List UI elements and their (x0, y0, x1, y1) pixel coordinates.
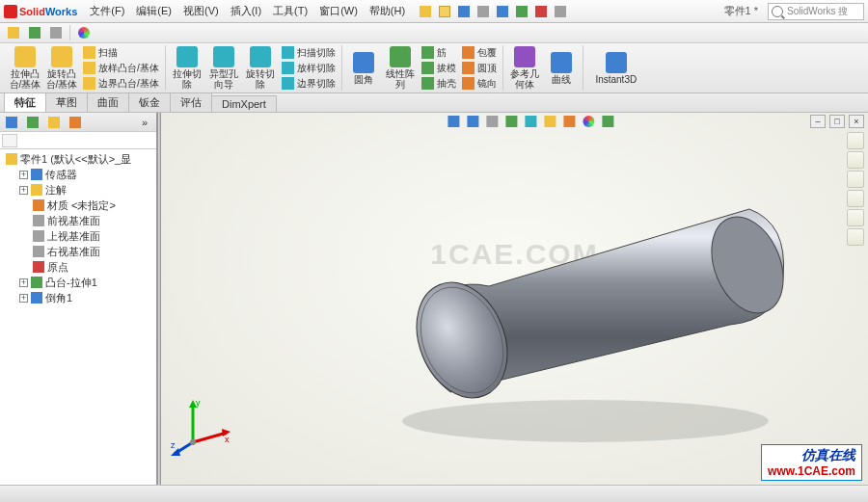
extrude-boss-button[interactable]: 拉伸凸台/基体 (8, 45, 42, 92)
qat-rebuild-icon[interactable] (533, 4, 549, 19)
qat-open-icon[interactable] (437, 4, 452, 19)
annotation-icon (31, 184, 42, 196)
coordinate-triad[interactable]: y x z (169, 394, 236, 462)
search-input[interactable]: SolidWorks 搜 (768, 3, 864, 20)
loft-cut-button[interactable]: 放样切除 (280, 61, 338, 75)
expand-icon[interactable]: + (19, 186, 28, 195)
appearance-icon[interactable] (583, 116, 598, 131)
wrap-button[interactable]: 包覆 (460, 45, 499, 60)
taskpane-custom-icon[interactable] (847, 228, 864, 246)
taskpane-appear-icon[interactable] (847, 209, 864, 226)
tree-item-annotations[interactable]: +注解 (2, 182, 154, 198)
menu-tools[interactable]: 工具(T) (268, 2, 312, 20)
taskpane-home-icon[interactable] (847, 132, 864, 149)
expand-icon[interactable]: + (19, 278, 28, 287)
tree-root-item[interactable]: 零件1 (默认<<默认>_显 (2, 151, 154, 167)
tree-item-chamfer[interactable]: +倒角1 (2, 290, 154, 305)
revolve-cut-button[interactable]: 旋转切除 (243, 45, 278, 92)
menu-file[interactable]: 文件(F) (85, 2, 129, 20)
instant3d-button[interactable]: Instant3D (587, 45, 645, 92)
qb-arrow-icon[interactable] (48, 25, 64, 40)
separator (69, 25, 70, 40)
reference-geometry-button[interactable]: 参考几何体 (507, 45, 542, 92)
qb-appearance-icon[interactable] (76, 25, 92, 40)
qb-assembly-icon[interactable] (6, 25, 21, 40)
draft-button[interactable]: 拔模 (420, 61, 458, 75)
scene-icon[interactable] (602, 116, 617, 131)
tab-sheetmetal[interactable]: 钣金 (128, 92, 171, 112)
logo-icon (4, 5, 17, 18)
display-style-icon[interactable] (544, 116, 559, 131)
curves-button[interactable]: 曲线 (544, 45, 579, 92)
qat-new-icon[interactable] (418, 4, 433, 19)
sb-tab-1[interactable] (2, 134, 17, 147)
branding-overlay: 仿真在线 www.1CAE.com (761, 444, 862, 481)
qat-print-icon[interactable] (475, 4, 491, 19)
taskpane-view-icon[interactable] (847, 190, 864, 207)
tab-evaluate[interactable]: 评估 (170, 92, 212, 112)
revolve-boss-button[interactable]: 旋转凸台/基体 (44, 45, 79, 92)
taskpane-file-icon[interactable] (847, 171, 864, 188)
maximize-button[interactable]: □ (829, 115, 845, 128)
tree-item-sensors[interactable]: +传感器 (2, 167, 154, 182)
view-orient-icon[interactable] (525, 116, 540, 131)
zoom-area-icon[interactable] (467, 116, 482, 131)
tree-item-extrude[interactable]: +凸台-拉伸1 (2, 275, 154, 290)
tree-item-front-plane[interactable]: 前视基准面 (2, 213, 154, 228)
menu-edit[interactable]: 编辑(E) (131, 2, 176, 20)
sb-icon-2[interactable] (25, 115, 41, 130)
tree-item-origin[interactable]: 原点 (2, 259, 154, 275)
menu-view[interactable]: 视图(V) (178, 2, 224, 20)
tree-root-label: 零件1 (默认<<默认>_显 (20, 152, 131, 167)
plane-icon (33, 215, 44, 226)
sb-icon-3[interactable] (46, 115, 62, 130)
sb-icon-1[interactable] (4, 115, 19, 130)
tree-item-material[interactable]: 材质 <未指定> (2, 198, 154, 213)
close-button[interactable]: × (849, 115, 864, 128)
boundary-cut-button[interactable]: 边界切除 (280, 76, 338, 91)
zoom-fit-icon[interactable] (448, 116, 463, 131)
quick-access-toolbar (418, 4, 568, 19)
hole-wizard-button[interactable]: 异型孔向导 (206, 45, 241, 92)
tree-item-top-plane[interactable]: 上视基准面 (2, 228, 154, 244)
document-title: 零件1 * (717, 4, 766, 18)
taskpane-design-icon[interactable] (847, 151, 864, 169)
tree-item-right-plane[interactable]: 右视基准面 (2, 244, 154, 259)
sb-expand-icon[interactable]: » (137, 115, 152, 130)
expand-icon[interactable]: + (19, 171, 28, 179)
qat-options-icon[interactable] (553, 4, 568, 19)
expand-icon[interactable]: + (19, 294, 28, 303)
tab-sketch[interactable]: 草图 (45, 92, 88, 112)
rib-button[interactable]: 筋 (420, 45, 458, 60)
main-area: » 零件1 (默认<<默认>_显 +传感器 +注解 材质 <未指定> 前视基准面… (0, 113, 868, 485)
boundary-button[interactable]: 边界凸台/基体 (81, 76, 161, 91)
shell-button[interactable]: 抽壳 (420, 76, 458, 91)
tab-dimxpert[interactable]: DimXpert (211, 95, 277, 112)
dome-button[interactable]: 圆顶 (460, 61, 499, 75)
mirror-button[interactable]: 镜向 (460, 76, 499, 91)
sweep-cut-button[interactable]: 扫描切除 (280, 45, 338, 60)
svg-point-0 (402, 400, 769, 442)
tab-surface[interactable]: 曲面 (87, 92, 129, 112)
qat-select-icon[interactable] (514, 4, 529, 19)
model-cylinder[interactable] (344, 171, 807, 460)
qat-save-icon[interactable] (456, 4, 472, 19)
minimize-button[interactable]: – (810, 115, 826, 128)
hide-show-icon[interactable] (563, 116, 579, 131)
extrude-cut-button[interactable]: 拉伸切除 (170, 45, 204, 92)
qat-undo-icon[interactable] (495, 4, 510, 19)
sb-icon-4[interactable] (68, 115, 83, 130)
fillet-button[interactable]: 圆角 (346, 45, 381, 92)
menu-window[interactable]: 窗口(W) (314, 2, 363, 20)
loft-button[interactable]: 放样凸台/基体 (81, 61, 161, 75)
tab-features[interactable]: 特征 (4, 92, 46, 112)
viewport[interactable]: – □ × 1CAE.COM (161, 113, 868, 485)
linear-pattern-button[interactable]: 线性阵列 (383, 45, 418, 92)
qb-part-icon[interactable] (27, 25, 42, 40)
menu-insert[interactable]: 插入(I) (226, 2, 266, 20)
prev-view-icon[interactable] (486, 116, 502, 131)
section-icon[interactable] (505, 116, 521, 131)
sweep-button[interactable]: 扫描 (81, 45, 161, 60)
feature-tree[interactable]: 零件1 (默认<<默认>_显 +传感器 +注解 材质 <未指定> 前视基准面 上… (0, 149, 156, 485)
menu-help[interactable]: 帮助(H) (365, 2, 410, 20)
